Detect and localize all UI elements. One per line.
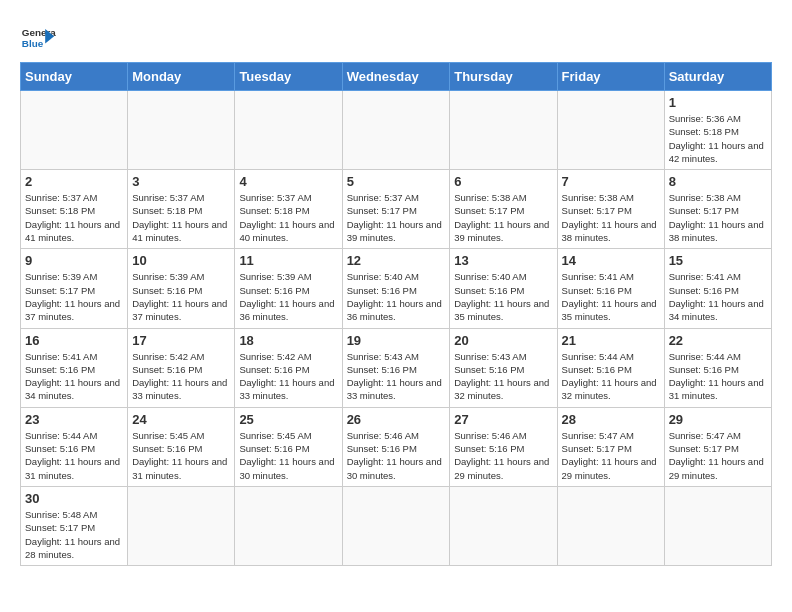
day-info: Sunrise: 5:38 AM Sunset: 5:17 PM Dayligh…: [562, 191, 660, 244]
day-info: Sunrise: 5:47 AM Sunset: 5:17 PM Dayligh…: [562, 429, 660, 482]
day-cell: 24Sunrise: 5:45 AM Sunset: 5:16 PM Dayli…: [128, 407, 235, 486]
day-info: Sunrise: 5:39 AM Sunset: 5:16 PM Dayligh…: [132, 270, 230, 323]
week-row-2: 2Sunrise: 5:37 AM Sunset: 5:18 PM Daylig…: [21, 170, 772, 249]
day-number: 28: [562, 412, 660, 427]
day-info: Sunrise: 5:37 AM Sunset: 5:18 PM Dayligh…: [25, 191, 123, 244]
day-number: 6: [454, 174, 552, 189]
day-cell: 25Sunrise: 5:45 AM Sunset: 5:16 PM Dayli…: [235, 407, 342, 486]
day-info: Sunrise: 5:46 AM Sunset: 5:16 PM Dayligh…: [347, 429, 446, 482]
day-info: Sunrise: 5:41 AM Sunset: 5:16 PM Dayligh…: [25, 350, 123, 403]
day-cell: 15Sunrise: 5:41 AM Sunset: 5:16 PM Dayli…: [664, 249, 771, 328]
day-number: 18: [239, 333, 337, 348]
weekday-header-tuesday: Tuesday: [235, 63, 342, 91]
day-cell: [128, 91, 235, 170]
day-cell: 13Sunrise: 5:40 AM Sunset: 5:16 PM Dayli…: [450, 249, 557, 328]
day-info: Sunrise: 5:45 AM Sunset: 5:16 PM Dayligh…: [239, 429, 337, 482]
day-cell: [235, 486, 342, 565]
day-cell: 1Sunrise: 5:36 AM Sunset: 5:18 PM Daylig…: [664, 91, 771, 170]
day-cell: [342, 91, 450, 170]
weekday-header-saturday: Saturday: [664, 63, 771, 91]
day-number: 16: [25, 333, 123, 348]
day-cell: 28Sunrise: 5:47 AM Sunset: 5:17 PM Dayli…: [557, 407, 664, 486]
day-cell: 18Sunrise: 5:42 AM Sunset: 5:16 PM Dayli…: [235, 328, 342, 407]
day-number: 30: [25, 491, 123, 506]
day-info: Sunrise: 5:41 AM Sunset: 5:16 PM Dayligh…: [669, 270, 767, 323]
day-cell: 23Sunrise: 5:44 AM Sunset: 5:16 PM Dayli…: [21, 407, 128, 486]
day-info: Sunrise: 5:42 AM Sunset: 5:16 PM Dayligh…: [239, 350, 337, 403]
day-info: Sunrise: 5:40 AM Sunset: 5:16 PM Dayligh…: [454, 270, 552, 323]
calendar: SundayMondayTuesdayWednesdayThursdayFrid…: [20, 62, 772, 566]
weekday-header-monday: Monday: [128, 63, 235, 91]
day-info: Sunrise: 5:38 AM Sunset: 5:17 PM Dayligh…: [669, 191, 767, 244]
day-number: 23: [25, 412, 123, 427]
week-row-3: 9Sunrise: 5:39 AM Sunset: 5:17 PM Daylig…: [21, 249, 772, 328]
day-info: Sunrise: 5:46 AM Sunset: 5:16 PM Dayligh…: [454, 429, 552, 482]
week-row-5: 23Sunrise: 5:44 AM Sunset: 5:16 PM Dayli…: [21, 407, 772, 486]
day-cell: 30Sunrise: 5:48 AM Sunset: 5:17 PM Dayli…: [21, 486, 128, 565]
day-number: 15: [669, 253, 767, 268]
day-cell: 17Sunrise: 5:42 AM Sunset: 5:16 PM Dayli…: [128, 328, 235, 407]
day-info: Sunrise: 5:37 AM Sunset: 5:18 PM Dayligh…: [239, 191, 337, 244]
day-cell: 26Sunrise: 5:46 AM Sunset: 5:16 PM Dayli…: [342, 407, 450, 486]
day-cell: 6Sunrise: 5:38 AM Sunset: 5:17 PM Daylig…: [450, 170, 557, 249]
day-cell: [21, 91, 128, 170]
day-number: 5: [347, 174, 446, 189]
day-info: Sunrise: 5:39 AM Sunset: 5:16 PM Dayligh…: [239, 270, 337, 323]
day-info: Sunrise: 5:43 AM Sunset: 5:16 PM Dayligh…: [454, 350, 552, 403]
day-info: Sunrise: 5:42 AM Sunset: 5:16 PM Dayligh…: [132, 350, 230, 403]
day-number: 20: [454, 333, 552, 348]
day-cell: 9Sunrise: 5:39 AM Sunset: 5:17 PM Daylig…: [21, 249, 128, 328]
day-cell: [128, 486, 235, 565]
logo: General Blue: [20, 20, 56, 56]
day-cell: 27Sunrise: 5:46 AM Sunset: 5:16 PM Dayli…: [450, 407, 557, 486]
day-info: Sunrise: 5:37 AM Sunset: 5:18 PM Dayligh…: [132, 191, 230, 244]
weekday-header-thursday: Thursday: [450, 63, 557, 91]
day-number: 13: [454, 253, 552, 268]
day-cell: 5Sunrise: 5:37 AM Sunset: 5:17 PM Daylig…: [342, 170, 450, 249]
week-row-1: 1Sunrise: 5:36 AM Sunset: 5:18 PM Daylig…: [21, 91, 772, 170]
day-cell: [557, 486, 664, 565]
day-number: 19: [347, 333, 446, 348]
weekday-header-row: SundayMondayTuesdayWednesdayThursdayFrid…: [21, 63, 772, 91]
day-cell: [664, 486, 771, 565]
day-number: 25: [239, 412, 337, 427]
day-cell: 11Sunrise: 5:39 AM Sunset: 5:16 PM Dayli…: [235, 249, 342, 328]
day-cell: 16Sunrise: 5:41 AM Sunset: 5:16 PM Dayli…: [21, 328, 128, 407]
day-cell: 12Sunrise: 5:40 AM Sunset: 5:16 PM Dayli…: [342, 249, 450, 328]
day-cell: 29Sunrise: 5:47 AM Sunset: 5:17 PM Dayli…: [664, 407, 771, 486]
day-cell: 10Sunrise: 5:39 AM Sunset: 5:16 PM Dayli…: [128, 249, 235, 328]
day-cell: [557, 91, 664, 170]
day-number: 11: [239, 253, 337, 268]
day-info: Sunrise: 5:43 AM Sunset: 5:16 PM Dayligh…: [347, 350, 446, 403]
day-info: Sunrise: 5:45 AM Sunset: 5:16 PM Dayligh…: [132, 429, 230, 482]
logo-icon: General Blue: [20, 20, 56, 56]
day-cell: 7Sunrise: 5:38 AM Sunset: 5:17 PM Daylig…: [557, 170, 664, 249]
day-cell: [450, 91, 557, 170]
day-cell: 14Sunrise: 5:41 AM Sunset: 5:16 PM Dayli…: [557, 249, 664, 328]
day-number: 21: [562, 333, 660, 348]
day-number: 17: [132, 333, 230, 348]
day-number: 27: [454, 412, 552, 427]
day-info: Sunrise: 5:38 AM Sunset: 5:17 PM Dayligh…: [454, 191, 552, 244]
day-info: Sunrise: 5:47 AM Sunset: 5:17 PM Dayligh…: [669, 429, 767, 482]
day-number: 4: [239, 174, 337, 189]
day-cell: 2Sunrise: 5:37 AM Sunset: 5:18 PM Daylig…: [21, 170, 128, 249]
day-cell: 4Sunrise: 5:37 AM Sunset: 5:18 PM Daylig…: [235, 170, 342, 249]
week-row-4: 16Sunrise: 5:41 AM Sunset: 5:16 PM Dayli…: [21, 328, 772, 407]
day-number: 2: [25, 174, 123, 189]
day-info: Sunrise: 5:41 AM Sunset: 5:16 PM Dayligh…: [562, 270, 660, 323]
day-number: 3: [132, 174, 230, 189]
day-cell: 19Sunrise: 5:43 AM Sunset: 5:16 PM Dayli…: [342, 328, 450, 407]
day-cell: 21Sunrise: 5:44 AM Sunset: 5:16 PM Dayli…: [557, 328, 664, 407]
svg-text:Blue: Blue: [22, 38, 44, 49]
day-number: 10: [132, 253, 230, 268]
header: General Blue: [20, 20, 772, 56]
day-info: Sunrise: 5:37 AM Sunset: 5:17 PM Dayligh…: [347, 191, 446, 244]
week-row-6: 30Sunrise: 5:48 AM Sunset: 5:17 PM Dayli…: [21, 486, 772, 565]
day-number: 7: [562, 174, 660, 189]
day-number: 24: [132, 412, 230, 427]
day-info: Sunrise: 5:36 AM Sunset: 5:18 PM Dayligh…: [669, 112, 767, 165]
day-cell: [450, 486, 557, 565]
day-cell: 8Sunrise: 5:38 AM Sunset: 5:17 PM Daylig…: [664, 170, 771, 249]
day-number: 22: [669, 333, 767, 348]
